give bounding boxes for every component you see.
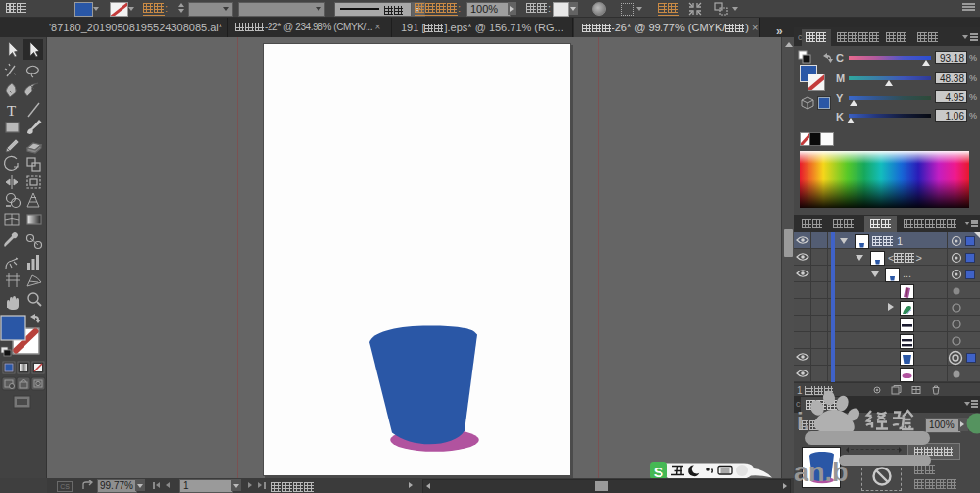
svg-text:T: T	[7, 103, 16, 119]
svg-text:S: S	[654, 464, 663, 479]
